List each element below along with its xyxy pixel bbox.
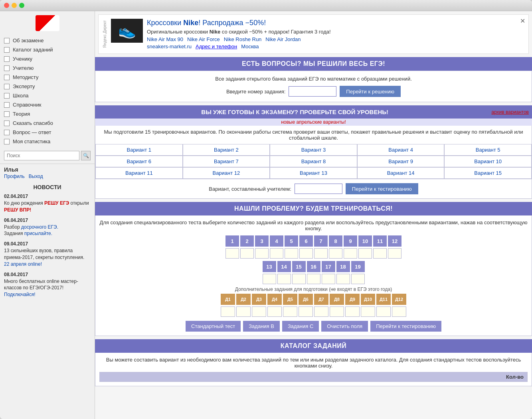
count-input-3[interactable] [255,248,269,259]
extra-btn-Д11[interactable]: Д11 [376,294,391,305]
dosrochniy-link[interactable]: досрочного ЕГЭ. [21,224,58,230]
count-input-1[interactable] [225,248,239,259]
archive-link[interactable]: архив вариантов [491,109,529,115]
count-input-12[interactable] [388,248,401,259]
extra-input-Д1[interactable] [221,306,235,317]
count-input-9[interactable] [344,248,357,259]
variant-cell-2-0[interactable]: Вариант 11 [95,167,183,179]
count-input-5[interactable] [285,248,298,259]
extra-input-Д10[interactable] [361,306,375,317]
count-input-6[interactable] [299,248,313,259]
variant-cell-1-2[interactable]: Вариант 8 [270,156,357,167]
count-input-19[interactable] [351,274,365,284]
search-button[interactable]: 🔍 [81,151,91,160]
maximize-button[interactable] [19,3,24,8]
count-input-13[interactable] [263,274,276,284]
sidebar-item-1[interactable]: Каталог заданий [0,45,95,54]
variant-cell-0-1[interactable]: Вариант 2 [183,144,270,156]
extra-btn-Д2[interactable]: Д2 [236,294,251,305]
variant-cell-0-2[interactable]: Вариант 3 [270,144,357,156]
count-input-10[interactable] [358,248,372,259]
count-input-8[interactable] [329,248,342,259]
number-btn-17[interactable]: 17 [322,261,335,272]
extra-input-Д3[interactable] [252,306,266,317]
number-btn-9[interactable]: 9 [344,235,357,247]
number-btn-15[interactable]: 15 [292,261,306,272]
number-btn-18[interactable]: 18 [336,261,350,272]
variant-cell-1-3[interactable]: Вариант 9 [357,156,445,167]
profile-link[interactable]: Профиль [4,174,25,179]
number-btn-11[interactable]: 11 [373,235,387,247]
extra-btn-Д7[interactable]: Д7 [314,294,328,305]
bottom-btn-1[interactable]: Задания В [243,321,280,332]
number-btn-3[interactable]: 3 [255,235,269,247]
extra-btn-Д1[interactable]: Д1 [221,294,235,305]
extra-btn-Д8[interactable]: Д8 [330,294,344,305]
count-input-7[interactable] [314,248,328,259]
bottom-btn-4[interactable]: Перейти к тестированию [370,321,441,332]
sidebar-item-3[interactable]: Учителю [0,63,95,73]
extra-btn-Д4[interactable]: Д4 [267,294,282,305]
number-btn-12[interactable]: 12 [388,235,401,247]
number-btn-6[interactable]: 6 [299,235,313,247]
variant-cell-1-4[interactable]: Вариант 10 [444,156,532,167]
count-input-2[interactable] [240,248,254,259]
extra-input-Д12[interactable] [392,306,406,317]
number-btn-13[interactable]: 13 [263,261,276,272]
count-input-11[interactable] [373,248,387,259]
reshu-vpr-link[interactable]: РЕШУ ВПР! [4,207,31,213]
extra-input-Д9[interactable] [345,306,360,317]
variant-cell-2-3[interactable]: Вариант 14 [357,167,445,179]
prisylayte-link[interactable]: присылайте. [24,231,52,236]
count-input-16[interactable] [307,274,320,284]
extra-input-Д8[interactable] [330,306,344,317]
extra-input-Д4[interactable] [267,306,282,317]
variant-cell-2-2[interactable]: Вариант 13 [270,167,357,179]
bottom-btn-3[interactable]: Очистить поля [321,321,368,332]
connect-link[interactable]: Подключайся! [4,292,36,297]
number-btn-4[interactable]: 4 [270,235,283,247]
close-button[interactable] [4,3,9,8]
number-btn-10[interactable]: 10 [358,235,372,247]
extra-input-Д7[interactable] [314,306,328,317]
nike-air-max-link[interactable]: Nike Air Max 90 [147,36,183,42]
variant-cell-1-1[interactable]: Вариант 7 [183,156,270,167]
reshu-ege-link[interactable]: РЕШУ ЕГЭ [44,200,69,206]
april-link[interactable]: 22 апреля online! [4,261,42,267]
extra-input-Д11[interactable] [376,306,391,317]
extra-btn-Д5[interactable]: Д5 [283,294,297,305]
nike-roshe-link[interactable]: Nike Roshe Run [224,36,262,42]
go-to-testing-button[interactable]: Перейти к тестированию [346,183,418,194]
variant-cell-1-0[interactable]: Вариант 6 [95,156,183,167]
minimize-button[interactable] [12,3,17,8]
extra-btn-Д10[interactable]: Д10 [361,294,375,305]
go-to-solution-button[interactable]: Перейти к решению [340,86,401,97]
number-btn-2[interactable]: 2 [240,235,254,247]
sidebar-item-4[interactable]: Методисту [0,73,95,82]
ad-title[interactable]: Кроссовки Nike! Распродажа −50%! [147,19,524,27]
extra-btn-Д6[interactable]: Д6 [299,294,313,305]
sidebar-item-7[interactable]: Справочник [0,100,95,109]
nike-air-jordan-link[interactable]: Nike Air Jordan [265,36,301,42]
bottom-btn-2[interactable]: Задания С [282,321,319,332]
extra-input-Д6[interactable] [299,306,313,317]
sidebar-item-10[interactable]: Вопрос — ответ [0,128,95,137]
count-input-18[interactable] [336,274,350,284]
variant-cell-2-1[interactable]: Вариант 12 [183,167,270,179]
variant-cell-0-4[interactable]: Вариант 5 [444,144,532,156]
count-input-15[interactable] [292,274,306,284]
sidebar-item-2[interactable]: Ученику [0,54,95,63]
sidebar-item-8[interactable]: Теория [0,109,95,119]
number-btn-14[interactable]: 14 [277,261,291,272]
extra-input-Д5[interactable] [283,306,297,317]
sidebar-item-0[interactable]: Об экзамене [0,36,95,45]
number-btn-16[interactable]: 16 [307,261,320,272]
ad-site[interactable]: sneakers-market.ru [147,43,192,49]
number-btn-1[interactable]: 1 [225,235,239,247]
task-number-input[interactable] [289,86,336,97]
variant-cell-0-0[interactable]: Вариант 1 [95,144,183,156]
number-btn-5[interactable]: 5 [285,235,298,247]
sidebar-item-11[interactable]: Моя статистика [0,137,95,146]
ad-address-link[interactable]: Адрес и телефон [196,43,237,49]
nike-air-force-link[interactable]: Nike Air Force [187,36,220,42]
